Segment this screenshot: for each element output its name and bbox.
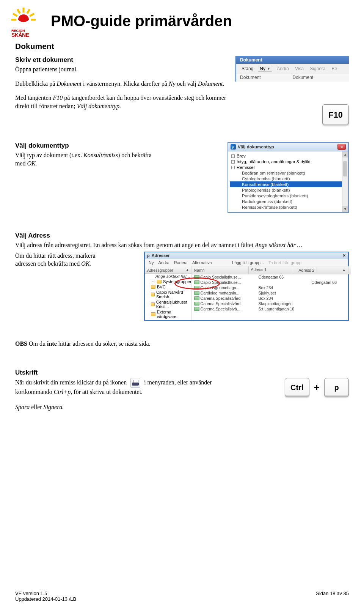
p-open-journal: Öppna patientens journal. xyxy=(15,65,228,74)
toolbar-title: Dokument xyxy=(236,56,349,64)
valj-dokumenttyp-heading: Välj dokumenttyp xyxy=(15,142,159,150)
tree-node[interactable]: Radiologiremiss (blankett) xyxy=(230,198,347,204)
svg-rect-3 xyxy=(31,19,36,20)
addr-left-item[interactable]: Centralsjukhuset Kristi... xyxy=(145,299,191,309)
btn-andra[interactable]: Ändra xyxy=(275,65,290,72)
addr-right-pane[interactable]: Namn Adress 1 Adress 2▲ Capio Specialist… xyxy=(192,266,351,320)
tree-body[interactable]: ▲▼ +Brev+Intyg, utlåtanden, anmälningar … xyxy=(228,151,348,212)
footer-version: VE version 1.5 xyxy=(15,591,76,596)
toolbar-screenshot: Dokument Stäng Ny▼ Ändra Visa Signera Be… xyxy=(235,56,349,82)
plus-symbol: + xyxy=(314,382,320,394)
ctrl-p-keys: Ctrl + p xyxy=(285,378,349,397)
tree-node[interactable]: Remissbekräftelse (blankett) xyxy=(230,204,347,210)
ctrl-key-icon: Ctrl xyxy=(285,378,309,397)
tree-node[interactable]: Punktionscytologiremiss (blankett) xyxy=(230,193,347,198)
address-window: pAdresser ✕ Ny Ändra Radera Alternativ L… xyxy=(144,252,349,321)
addr-row[interactable]: Capio Specialisthuse...Odengatan 66 xyxy=(192,280,351,285)
f10-key-icon: F10 xyxy=(322,104,349,125)
addr-left-item[interactable]: BVC xyxy=(145,284,191,290)
close-icon[interactable]: ✕ xyxy=(337,144,346,150)
obs-note: OBS Om du inte hittar adressen du söker,… xyxy=(15,340,349,348)
addr-row[interactable]: Capio Ögonmottagn...Box 234 xyxy=(192,285,351,290)
addr-menu-ny[interactable]: Ny xyxy=(149,260,154,265)
footer-page: Sidan 18 av 35 xyxy=(316,591,349,602)
addr-row[interactable]: Carema SpecialistvårdBox 234 xyxy=(192,296,351,301)
addr-menu-andra[interactable]: Ändra xyxy=(158,260,169,265)
p-spara-signera: Spara eller Signera. xyxy=(15,403,349,411)
page-footer: VE version 1.5 Uppdaterad 2014-01-13 /LB… xyxy=(15,591,349,602)
btn-be[interactable]: Be xyxy=(330,65,339,72)
addr-menu-alt[interactable]: Alternativ xyxy=(192,260,212,265)
addr-title: Adresser xyxy=(152,253,170,258)
addr-row[interactable]: Cardiolog mottagnin...Sjukhuset xyxy=(192,290,351,296)
addr-left-item[interactable]: Capio Närvård Smrish... xyxy=(145,290,191,299)
p-utskrift: När du skrivit din remiss klickar du på … xyxy=(15,378,228,396)
addr-row[interactable]: Carema SpecialistvårdSkopimottagningen xyxy=(192,301,351,306)
dokument-heading: Dokument xyxy=(15,42,349,51)
btn-signera[interactable]: Signera xyxy=(308,65,327,72)
page-header: REGION SKÅNE PMO-guide primärvården xyxy=(0,0,364,32)
toolbar-buttons: Stäng Ny▼ Ändra Visa Signera Be xyxy=(236,64,349,74)
svg-rect-2 xyxy=(29,13,35,17)
tree-node[interactable]: −Remisser xyxy=(230,164,347,170)
addr-menu-tabort[interactable]: Ta bort från grupp xyxy=(268,260,301,265)
p-hittar-ratt: Om du hittar rätt adress, markera adress… xyxy=(15,252,102,268)
valj-adress-heading: Välj Adress xyxy=(15,232,349,239)
tree-node[interactable]: Patologiremiss (blankett) xyxy=(230,187,347,193)
p-adressregister: Välj adress från adressregistret. En adr… xyxy=(15,241,349,249)
addr-left-item[interactable]: −Systemgrupper xyxy=(145,279,191,284)
utskrift-heading: Utskrift xyxy=(15,369,349,376)
svg-rect-0 xyxy=(22,8,24,13)
p-valj-typ: Välj typ av dokument (t.ex. Konsultremis… xyxy=(15,151,159,167)
toolbar-cols: DokumentDokument xyxy=(236,74,349,82)
addr-left-item[interactable]: Externa vårdgivare xyxy=(145,309,191,319)
p-key-icon: p xyxy=(324,378,349,397)
tree-node[interactable]: +Intyg, utlåtanden, anmälningar & dylikt xyxy=(230,159,347,164)
tree-window: pVälj dokumenttyp ✕ ▲▼ +Brev+Intyg, utlå… xyxy=(228,142,349,213)
p-dubbelklicka: Dubbelklicka på Dokument i vänstermenyn.… xyxy=(15,80,228,88)
addr-menu-laggtill[interactable]: Lägg till i grupp... xyxy=(232,260,264,265)
logo-skane-text: SKÅNE xyxy=(11,32,29,38)
addr-left-pane[interactable]: Adressgrupper▲ Ange söktext här...−Syste… xyxy=(145,266,192,320)
pmo-icon: p xyxy=(231,144,236,150)
doc-title: PMO-guide primärvården xyxy=(51,13,232,30)
skriv-ett-dokument-heading: Skriv ett dokument xyxy=(15,56,228,64)
print-icon[interactable] xyxy=(130,378,140,388)
addr-menu-radera[interactable]: Radera xyxy=(174,260,188,265)
btn-stang[interactable]: Stäng xyxy=(240,65,255,72)
addr-row[interactable]: Capio Specialisthuse...Odengatan 66 xyxy=(192,274,351,280)
addr-left-item[interactable]: Ange söktext här... xyxy=(145,274,191,279)
btn-ny[interactable]: Ny▼ xyxy=(258,66,272,72)
addr-row[interactable]: Carema Specialistvå...S:t Laurentigatan … xyxy=(192,306,351,312)
tree-node[interactable]: +Brev xyxy=(230,153,347,159)
tree-node[interactable]: Konsultremiss (blankett) xyxy=(230,181,347,187)
close-icon[interactable]: ✕ xyxy=(342,253,346,258)
tree-node[interactable]: Cytologiremiss (blankett) xyxy=(230,176,347,181)
tree-node[interactable]: Begäran om remissvar (blankett) xyxy=(230,170,347,176)
footer-updated: Uppdaterad 2014-01-13 /LB xyxy=(15,596,76,602)
svg-rect-6 xyxy=(11,19,16,20)
svg-rect-1 xyxy=(26,9,30,14)
btn-visa[interactable]: Visa xyxy=(293,65,305,72)
pmo-icon: p xyxy=(147,253,150,258)
tree-title: Välj dokumenttyp xyxy=(238,145,274,149)
svg-rect-5 xyxy=(13,13,18,17)
addr-menubar: Ny Ändra Radera Alternativ Lägg till i g… xyxy=(145,259,348,266)
region-skane-logo: REGION SKÅNE xyxy=(11,8,36,32)
svg-rect-4 xyxy=(17,9,21,14)
p-f10-shortcut: Med tangenten F10 på tangentbordet kan d… xyxy=(15,94,228,110)
